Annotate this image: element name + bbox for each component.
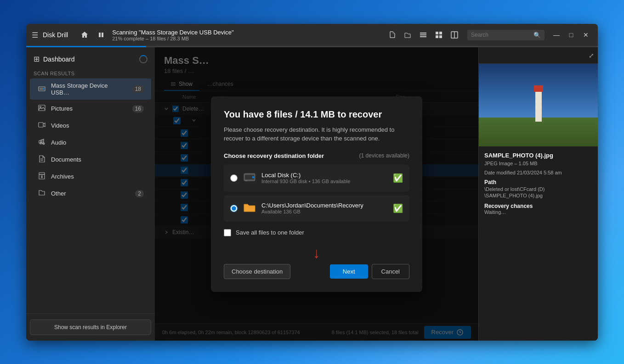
next-button[interactable]: Next (330, 264, 368, 279)
show-in-explorer-button[interactable]: Show scan results in Explorer (30, 319, 151, 335)
loading-spinner (139, 55, 147, 63)
other-icon (37, 189, 46, 198)
recovery-folder-info: C:\Users\Jordan\Documents\Recovery Avail… (261, 202, 387, 214)
cancel-button[interactable]: Cancel (372, 264, 409, 279)
pictures-icon (37, 104, 46, 113)
new-file-icon[interactable] (385, 28, 399, 42)
mass-storage-badge: 18 (132, 85, 144, 93)
recovery-folder-detail: Available 136 GB (261, 209, 387, 214)
svg-point-32 (252, 176, 255, 178)
minimize-button[interactable]: — (550, 28, 563, 41)
mass-storage-label: Mass Storage Device USB… (51, 82, 128, 96)
svg-rect-0 (99, 33, 101, 37)
preview-image (479, 64, 598, 146)
documents-label: Documents (51, 156, 144, 163)
svg-rect-5 (436, 32, 438, 34)
documents-icon (37, 155, 46, 164)
search-input[interactable] (471, 32, 531, 38)
search-box[interactable]: 🔍 (467, 30, 545, 40)
svg-rect-33 (245, 180, 248, 181)
svg-rect-14 (39, 105, 45, 111)
svg-rect-2 (420, 33, 426, 34)
sidebar-item-other[interactable]: Other 2 (30, 185, 151, 202)
right-panel: ⤢ SAMPLE_PHOTO (4).jpg JPEG Image – 1.05… (478, 47, 598, 341)
preview-chances-label: Recovery chances (484, 203, 592, 209)
other-badge: 2 (135, 190, 144, 197)
scan-info: Scanning "Mass Storage Device USB Device… (112, 29, 385, 41)
open-folder-icon[interactable] (400, 28, 415, 42)
grid-view-icon[interactable] (431, 28, 446, 42)
home-button[interactable] (77, 28, 92, 42)
videos-label: Videos (51, 122, 144, 129)
app-name: Disk Drill (43, 31, 68, 39)
app-window: ☰ Disk Drill Scanning "Mass Storage Devi… (26, 24, 598, 341)
archives-label: Archives (51, 173, 144, 180)
preview-meta: JPEG Image – 1.05 MB (484, 161, 592, 166)
modal-overlay: You have 8 files / 14.1 MB to recover Pl… (155, 47, 478, 341)
modal-description: Please choose recovery destination. It i… (224, 125, 409, 143)
svg-rect-7 (436, 35, 438, 38)
svg-rect-3 (420, 34, 426, 35)
pause-button[interactable] (94, 28, 108, 42)
audio-label: Audio (51, 139, 144, 146)
save-folder-checkbox[interactable] (224, 229, 231, 236)
modal-section-subtitle: (1 devices available) (359, 152, 409, 159)
destination-recovery-folder[interactable]: C:\Users\Jordan\Documents\Recovery Avail… (224, 195, 409, 222)
title-bar-nav (77, 28, 108, 42)
dashboard-label: Dashboard (43, 56, 75, 63)
sidebar-item-pictures[interactable]: Pictures 16 (30, 101, 151, 117)
sidebar-item-documents[interactable]: Documents (30, 151, 151, 168)
recovery-modal: You have 8 files / 14.1 MB to recover Pl… (211, 96, 422, 292)
audio-icon (37, 138, 46, 147)
preview-details: SAMPLE_PHOTO (4).jpg JPEG Image – 1.05 M… (479, 146, 598, 341)
local-disk-name: Local Disk (C:) (261, 172, 387, 179)
svg-rect-8 (439, 35, 442, 38)
svg-rect-4 (420, 36, 426, 37)
preview-path-label: Path (484, 179, 592, 185)
sidebar-item-mass-storage[interactable]: Mass Storage Device USB… 18 (30, 78, 151, 100)
preview-path-line2: \SAMPLE_PHOTO (4).jpg (484, 193, 592, 198)
recovery-folder-radio[interactable] (230, 205, 238, 212)
content-area: Mass S… 18 files / … Show …chances (155, 47, 478, 341)
pictures-label: Pictures (51, 105, 128, 112)
sidebar-header: ⊞ Dashboard (26, 47, 155, 67)
svg-point-15 (40, 106, 41, 108)
preview-date: Date modified 21/03/2024 5:58 am (484, 170, 592, 175)
save-folder-label: Save all files to one folder (236, 229, 304, 236)
local-disk-icon (243, 170, 256, 186)
expand-preview-icon[interactable]: ⤢ (589, 52, 594, 59)
scan-results-label: Scan results (26, 67, 155, 78)
svg-rect-1 (102, 33, 103, 37)
menu-icon[interactable]: ☰ (32, 31, 38, 39)
maximize-button[interactable]: □ (565, 28, 578, 41)
preview-filename: SAMPLE_PHOTO (4).jpg (484, 152, 592, 159)
modal-actions: Choose destination Next Cancel (224, 264, 409, 279)
preview-header: ⤢ (479, 47, 598, 64)
archives-icon (37, 172, 46, 181)
search-icon[interactable]: 🔍 (533, 32, 541, 39)
svg-rect-6 (439, 32, 442, 34)
local-disk-radio[interactable] (230, 174, 238, 182)
svg-rect-16 (39, 123, 43, 127)
local-disk-detail: Internal 930 GB disk • 136 GB available (261, 179, 387, 184)
modal-title: You have 8 files / 14.1 MB to recover (224, 109, 409, 120)
sidebar-item-videos[interactable]: Videos (30, 118, 151, 134)
preview-chances-value: Waiting… (484, 209, 592, 215)
sidebar-item-archives[interactable]: Archives (30, 168, 151, 185)
videos-icon (37, 121, 46, 130)
main-content: ⊞ Dashboard Scan results Mass Storage De… (26, 47, 598, 341)
destination-local-disk[interactable]: Local Disk (C:) Internal 930 GB disk • 1… (224, 165, 409, 191)
close-button[interactable]: ✕ (579, 28, 592, 41)
title-bar: ☰ Disk Drill Scanning "Mass Storage Devi… (26, 24, 598, 46)
split-view-icon[interactable] (447, 28, 462, 42)
mass-storage-icon (37, 85, 46, 94)
sidebar-footer: Show scan results in Explorer (26, 314, 155, 341)
modal-section-title: Choose recovery destination folder (224, 152, 324, 159)
toolbar (385, 28, 462, 42)
scan-subtitle: 21% complete – 18 files / 28.3 MB (112, 36, 385, 41)
choose-destination-button[interactable]: Choose destination (224, 264, 290, 279)
recovery-folder-icon (243, 201, 256, 216)
sidebar-item-audio[interactable]: Audio (30, 134, 151, 151)
list-view-icon[interactable] (416, 28, 431, 42)
local-disk-check-icon: ✅ (393, 173, 403, 183)
